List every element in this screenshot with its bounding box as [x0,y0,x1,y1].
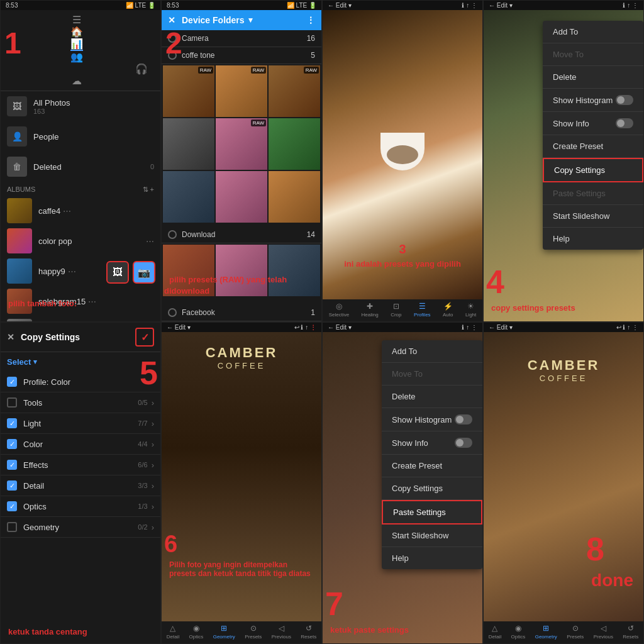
previous-tool-6[interactable]: ◁Previous [272,624,291,640]
camber-text-6: CAMBER [206,345,278,361]
histogram-toggle-7[interactable] [455,414,472,425]
album-caffe[interactable]: caffe 4 ⋯ [1,196,160,226]
show-histogram-item-7[interactable]: Show Histogram [382,408,482,431]
help-item-4[interactable]: Help [543,228,643,250]
delete-item-4[interactable]: Delete [543,66,643,89]
profiles-tool[interactable]: ☰Profiles [414,302,431,318]
show-info-item-4[interactable]: Show Info [543,112,643,135]
effects-checkbox[interactable]: ✓ [7,460,17,470]
create-preset-item-7[interactable]: Create Preset [382,455,482,477]
photo-2[interactable]: RAW [216,65,267,117]
album-selfie[interactable]: selfie 8 ⋯ [1,316,160,322]
album-thumb-happy [7,258,32,284]
optics-tool-6[interactable]: ◉Optics [189,624,204,640]
optics-checkbox[interactable]: ✓ [7,501,17,511]
slideshow-item-7[interactable]: Start Slideshow [382,525,482,547]
detail-checkbox[interactable]: ✓ [7,480,17,491]
all-photos-item[interactable]: 🖼 All Photos 163 [1,91,160,121]
photo-8[interactable] [216,171,267,223]
menu-icon[interactable]: ☰ [72,14,81,26]
crop-tool[interactable]: ⊡Crop [391,302,401,318]
show-histogram-item-4[interactable]: Show Histogram [543,89,643,112]
detail-tool-6[interactable]: △Detail [167,624,179,640]
create-preset-item-4[interactable]: Create Preset [543,135,643,158]
camera-folder[interactable]: Camera 16 [162,30,321,47]
copy-settings-item-7[interactable]: Copy Settings [382,477,482,500]
color-row[interactable]: ✓ Color 4/4 › [1,434,160,455]
photo-6[interactable] [269,118,320,170]
select-row[interactable]: Select ▾ [1,352,160,372]
add-to-item-7[interactable]: Add To [382,340,482,363]
tools-checkbox[interactable] [7,397,17,408]
panel-2: 8:53 📶 LTE 🔋 ✕ Device Folders ▼ ⋮ Camera… [161,0,322,322]
photos-icon[interactable]: 📊 [70,38,83,51]
light-tool[interactable]: ☀Light [465,302,476,318]
detail-tool-8[interactable]: △Detail [489,624,501,640]
add-from-camera-btn[interactable]: 📷 [133,261,155,284]
geometry-tool-6[interactable]: ⊞Geometry [213,624,235,640]
optics-row[interactable]: ✓ Optics 1/3 › [1,496,160,517]
info-toggle[interactable] [616,118,633,128]
detail-row[interactable]: ✓ Detail 3/3 › [1,475,160,496]
geometry-tool-8[interactable]: ⊞Geometry [535,624,557,640]
deleted-label: Deleted [33,162,62,172]
people-label: People [33,132,58,142]
people-icon[interactable]: 👥 [70,51,83,63]
show-info-item-7[interactable]: Show Info [382,431,482,455]
copy-settings-item-4[interactable]: Copy Settings [543,158,643,182]
album-colorpop-label: color pop [38,236,72,246]
tools-row[interactable]: Tools 0/5 › [1,392,160,413]
paste-settings-item-7[interactable]: Paste Settings [382,500,482,525]
dropdown-icon-2: ▼ [247,16,255,25]
headphones-icon[interactable]: 🎧 [135,63,148,75]
profile-checkbox[interactable]: ✓ [7,377,17,387]
color-checkbox[interactable]: ✓ [7,439,17,449]
optics-tool-8[interactable]: ◉Optics [511,624,526,640]
close-icon-2[interactable]: ✕ [168,15,175,25]
photo-9[interactable] [269,171,320,223]
cloud-icon[interactable]: ☁ [72,75,82,87]
album-thumb-caffe [7,198,32,223]
album-caffe-label: caffe [38,206,56,216]
download-folder[interactable]: Download 14 [162,226,321,243]
profile-color-row[interactable]: ✓ Profile: Color [1,372,160,392]
deleted-item[interactable]: 🗑 Deleted 0 [1,152,160,182]
presets-tool-6[interactable]: ⊙Presets [245,624,262,640]
selective-tool[interactable]: ◎Selective [329,302,349,318]
slideshow-item-4[interactable]: Start Slideshow [543,205,643,228]
more-icon-2[interactable]: ⋮ [306,15,315,25]
light-checkbox[interactable]: ✓ [7,418,17,428]
optics-count: 1/3 [138,502,147,510]
add-from-gallery-btn[interactable]: 🖼 [106,261,129,284]
device-folders-bar: ✕ Device Folders ▼ ⋮ [162,10,321,30]
home-icon[interactable]: 🏠 [70,26,83,38]
album-colorpop[interactable]: color pop ⋯ [1,226,160,256]
people-item[interactable]: 👤 People [1,121,160,152]
photo-3[interactable]: RAW [269,65,320,117]
delete-item-7[interactable]: Delete [382,386,482,408]
geometry-row[interactable]: Geometry 0/2 › [1,517,160,538]
coffe-tone-folder[interactable]: coffe tone 5 [162,47,321,64]
photo-7[interactable] [163,171,214,223]
facebook-folder[interactable]: Facebook 1 [162,304,321,321]
auto-tool[interactable]: ⚡Auto [443,302,453,318]
status-bar-2: 8:53 📶 LTE 🔋 [162,1,321,10]
histogram-toggle[interactable] [616,95,633,105]
photo-4[interactable] [163,118,214,170]
add-to-item-4[interactable]: Add To [543,21,643,43]
presets-tool-8[interactable]: ⊙Presets [567,624,584,640]
reset-tool-6[interactable]: ↺Resets [301,624,316,640]
status-bar-8: ← Edit ▾ ↩ ℹ ↑ ⋮ [484,323,643,332]
light-row[interactable]: ✓ Light 7/7 › [1,413,160,434]
photo-1[interactable]: RAW [163,65,214,117]
geometry-checkbox[interactable] [7,522,17,532]
help-item-7[interactable]: Help [382,547,482,569]
info-toggle-7[interactable] [455,438,472,448]
reset-tool-8[interactable]: ↺Resets [623,624,638,640]
previous-tool-8[interactable]: ◁Previous [594,624,613,640]
confirm-check-btn[interactable]: ✓ [135,328,154,347]
effects-row[interactable]: ✓ Effects 6/6 › [1,455,160,475]
photo-5[interactable]: RAW [216,118,267,170]
healing-tool[interactable]: ✚Healing [362,302,379,318]
close-icon-5[interactable]: ✕ [7,332,14,342]
